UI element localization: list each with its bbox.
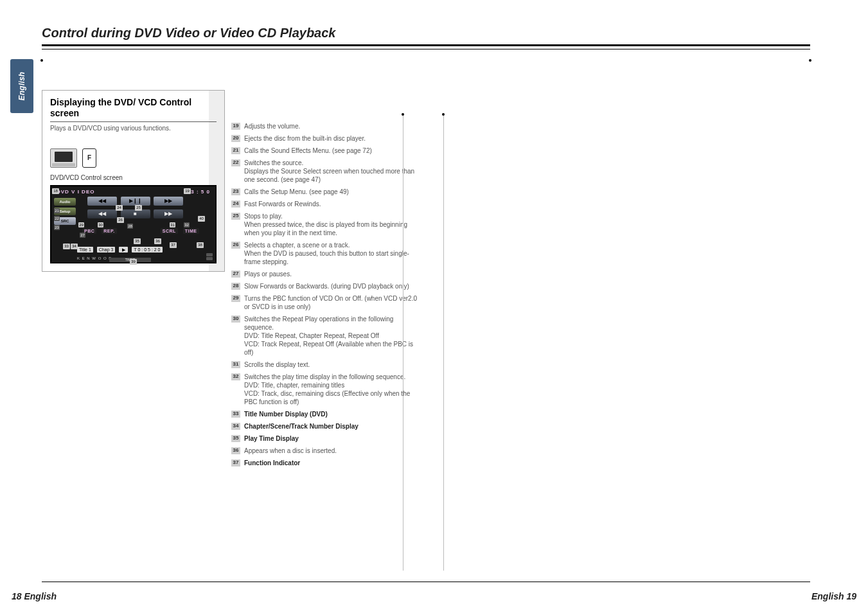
description-text: Adjusts the volume. — [244, 122, 424, 130]
stop-button[interactable]: ■ — [121, 209, 150, 218]
f-label: F — [87, 154, 91, 161]
description-number: 35 — [231, 435, 240, 442]
description-number: 37 — [231, 459, 240, 466]
description-text: Play Time Display — [244, 434, 424, 443]
language-label: English — [17, 72, 26, 101]
skip-fwd-button[interactable]: ▶▶ — [154, 209, 183, 218]
callout-marker: 21 — [54, 208, 60, 213]
indicator-up-icon — [206, 253, 213, 256]
description-item: 22Switches the source.Displays the Sourc… — [231, 159, 424, 184]
description-item: 36Appears when a disc is inserted. — [231, 447, 424, 455]
skip-back-icon: ◀◀ — [98, 211, 106, 217]
description-number: 26 — [231, 242, 240, 249]
description-number: 19 — [231, 123, 240, 130]
description-number: 25 — [231, 213, 240, 220]
rep-tag[interactable]: REP. — [102, 228, 116, 234]
callout-marker: 18 — [52, 188, 59, 194]
page-title: Control during DVD Video or Video CD Pla… — [42, 26, 810, 40]
audio-button[interactable]: Audio — [54, 198, 76, 206]
brand-label: K E N W O O D — [77, 256, 112, 260]
title-rule — [42, 44, 810, 46]
src-label: SRC — [61, 219, 69, 223]
play-pause-icon: ▶❙❙ — [129, 198, 142, 204]
device-screen — [55, 152, 73, 162]
description-item: 29Turns the PBC function of VCD On or Of… — [231, 294, 424, 311]
description-item: 26Selects a chapter, a scene or a track.… — [231, 241, 424, 266]
scrl-tag[interactable]: SCRL — [161, 228, 178, 234]
skip-back-button[interactable]: ◀◀ — [87, 209, 117, 218]
description-item: 24Fast Forwards or Rewinds. — [231, 200, 424, 208]
play-symbol: ▶ — [119, 247, 128, 253]
footer-rule — [42, 582, 810, 582]
indicator-down-icon — [206, 257, 213, 260]
section-subtitle: Plays a DVD/VCD using various functions. — [50, 125, 217, 132]
callout-marker: 29 — [78, 222, 84, 227]
description-list: 19Adjusts the volume.20Ejects the disc f… — [231, 122, 424, 467]
description-text: Stops to play.When pressed twice, the di… — [244, 212, 424, 237]
footer-right: English 19 — [811, 591, 856, 601]
device-icon — [50, 148, 77, 168]
marker-dot — [809, 59, 811, 62]
description-item: 34Chapter/Scene/Track Number Display — [231, 422, 424, 431]
callout-marker: 37 — [170, 242, 177, 248]
callout-marker: 31 — [170, 222, 175, 227]
description-item: 35Play Time Display — [231, 434, 424, 443]
section-box: Displaying the DVD/ VCD Control screen P… — [42, 90, 225, 272]
transport-row-2: ◀◀ ■ ▶▶ — [87, 209, 183, 218]
callout-marker: 30 — [98, 222, 103, 227]
callout-marker: 32 — [184, 222, 190, 227]
callout-marker: 40 — [198, 216, 205, 222]
description-number: 30 — [231, 315, 240, 323]
callout-marker: 19 — [184, 188, 191, 194]
divider — [403, 114, 403, 571]
page: Control during DVD Video or Video CD Pla… — [0, 0, 868, 613]
title-subrule — [42, 49, 810, 49]
callout-marker: 33 — [63, 244, 70, 249]
callout-marker: 34 — [71, 244, 78, 249]
play-time: T 0 : 0 5 : 2 0 — [132, 247, 162, 253]
description-text: Ejects the disc from the built-in disc p… — [244, 134, 424, 143]
callout-marker: 23 — [54, 225, 60, 230]
description-number: 20 — [231, 135, 240, 142]
description-text: Appears when a disc is inserted. — [244, 447, 424, 455]
description-number: 34 — [231, 423, 240, 430]
callout-marker: 28 — [127, 224, 133, 229]
description-number: 24 — [231, 200, 240, 208]
header: Control during DVD Video or Video CD Pla… — [42, 26, 810, 49]
setup-label: Setup — [60, 209, 71, 213]
callout-marker: 26 — [117, 217, 124, 223]
description-item: 25Stops to play.When pressed twice, the … — [231, 212, 424, 237]
description-number: 28 — [231, 283, 240, 290]
ffwd-button[interactable]: ▶▶ — [154, 197, 183, 206]
description-text: Switches the Repeat Play operations in t… — [244, 315, 424, 357]
description-number: 27 — [231, 271, 240, 278]
rewind-icon: ◀◀ — [98, 198, 106, 204]
description-item: 37Function Indicator — [231, 459, 424, 467]
section-title: Displaying the DVD/ VCD Control screen — [50, 97, 217, 119]
marker-dot — [40, 59, 43, 62]
description-item: 31Scrolls the display text. — [231, 360, 424, 369]
description-text: Plays or pauses. — [244, 270, 424, 278]
description-number: 23 — [231, 188, 240, 195]
description-number: 36 — [231, 447, 240, 454]
time-tag[interactable]: TIME — [183, 228, 199, 234]
description-number: 21 — [231, 147, 240, 154]
callout-marker: 24 — [116, 205, 123, 211]
transport-row-1: ◀◀ ▶❙❙ ▶▶ — [87, 197, 183, 206]
description-item: 33Title Number Display (DVD) — [231, 410, 424, 418]
rewind-button[interactable]: ◀◀ — [87, 197, 117, 206]
description-number: 33 — [231, 411, 240, 418]
f-button-icon: F — [82, 148, 96, 168]
description-number: 29 — [231, 295, 240, 302]
left-column: Displaying the DVD/ VCD Control screen P… — [42, 90, 225, 272]
description-text: Fast Forwards or Rewinds. — [244, 200, 424, 208]
title-number: Title 1 — [77, 247, 93, 253]
audio-label: Audio — [60, 200, 71, 204]
dvd-title-label: DVD V I DEO — [57, 189, 94, 195]
screen-label: DVD/VCD Control screen — [42, 174, 224, 185]
description-number: 22 — [231, 159, 240, 166]
play-pause-button[interactable]: ▶❙❙ — [121, 197, 150, 206]
marker-dot — [402, 113, 404, 116]
right-indicators — [206, 253, 213, 260]
description-number: 31 — [231, 361, 240, 368]
